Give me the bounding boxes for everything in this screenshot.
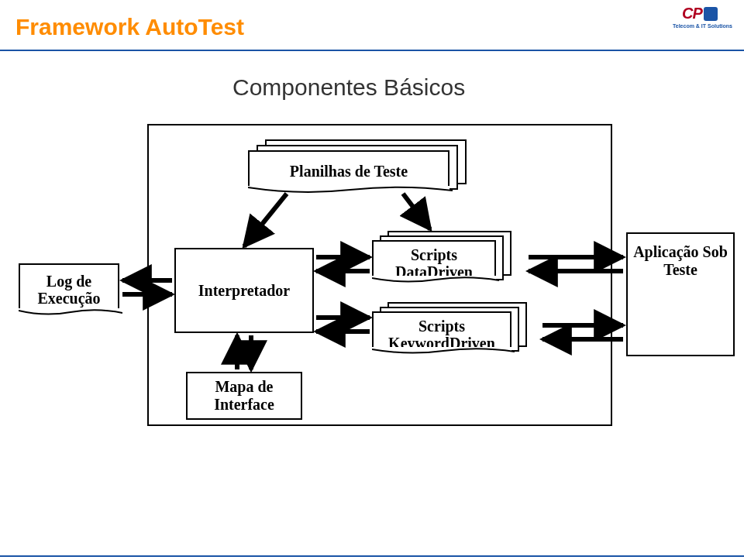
interpretador-box: Interpretador: [174, 248, 314, 333]
footer-rule: [0, 555, 744, 557]
slide-title: Framework AutoTest: [16, 14, 244, 40]
slide-subtitle: Componentes Básicos: [232, 74, 465, 101]
log-box: Log de Execução: [19, 263, 119, 318]
logo-shape-icon: [704, 7, 718, 21]
planilhas-stack: Planilhas de Teste: [248, 139, 465, 198]
mapa-box: Mapa de Interface: [186, 372, 302, 420]
aplicacao-box: Aplicação Sob Teste: [626, 232, 735, 356]
logo-subtitle: Telecom & IT Solutions: [673, 23, 727, 29]
logo: CP Telecom & IT Solutions: [673, 5, 727, 40]
planilhas-label: Planilhas de Teste: [250, 163, 448, 180]
mapa-label: Mapa de Interface: [214, 378, 274, 414]
header: Framework AutoTest CP Telecom & IT Solut…: [0, 0, 744, 56]
interpretador-label: Interpretador: [198, 282, 291, 300]
logo-text: CP: [682, 5, 702, 22]
scripts-keyworddriven-stack: Scripts KeywordDriven: [372, 302, 527, 358]
header-rule: [0, 50, 744, 51]
aplicacao-label: Aplicação Sob Teste: [633, 243, 728, 279]
scripts-datadriven-stack: Scripts DataDriven: [372, 231, 512, 287]
log-label: Log de Execução: [20, 273, 118, 307]
